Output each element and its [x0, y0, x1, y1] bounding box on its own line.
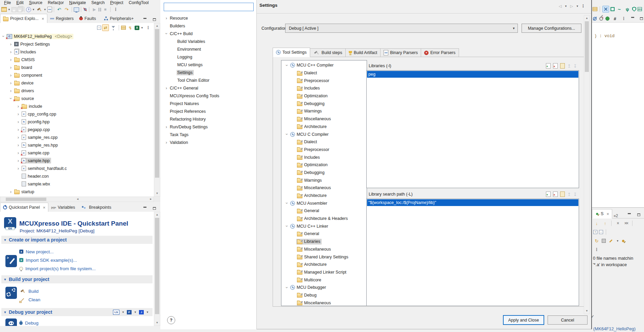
chevron-expanded-icon[interactable]: ›: [285, 285, 289, 290]
scroll-down-icon[interactable]: ▼: [154, 320, 160, 326]
chevron-collapsed-icon[interactable]: ›: [16, 166, 21, 171]
remove-all-icon[interactable]: ××: [623, 220, 629, 227]
dropdown-icon[interactable]: ▼: [134, 311, 137, 314]
minimize-icon[interactable]: [629, 15, 636, 22]
tab-registers[interactable]: 1010Registers: [47, 14, 76, 23]
green-chip-icon[interactable]: [611, 7, 615, 11]
scroll-down-icon[interactable]: ▼: [584, 308, 590, 314]
shield-icon[interactable]: [632, 7, 636, 11]
configuration-select[interactable]: Debug [ Active ] ▼: [285, 24, 518, 33]
chevron-expanded-icon[interactable]: ›: [285, 62, 289, 68]
tree-item-resource[interactable]: ›Resource: [160, 14, 256, 22]
save-all-icon[interactable]: [17, 7, 22, 12]
menu-configtool[interactable]: ConfigTool: [126, 0, 151, 5]
skip-s-icon[interactable]: S: [599, 17, 603, 21]
apply-and-close-button[interactable]: Apply and Close: [503, 315, 544, 325]
scroll-up-icon[interactable]: ▲: [154, 23, 160, 29]
chevron-collapsed-icon[interactable]: ›: [8, 42, 14, 46]
sync-icon[interactable]: ↯: [127, 24, 134, 31]
maximize-icon[interactable]: [151, 205, 158, 212]
tab-faults[interactable]: Faults: [76, 14, 99, 23]
chevron-collapsed-icon[interactable]: ›: [16, 112, 21, 116]
arrow-up-icon[interactable]: ↑: [602, 220, 608, 227]
menu-search[interactable]: Search: [89, 0, 108, 5]
quickstart-link-build[interactable]: Build: [19, 287, 39, 295]
chevron-collapsed-icon[interactable]: ›: [16, 143, 21, 147]
chevron-expanded-icon[interactable]: ›: [285, 132, 289, 137]
tree-item-includes[interactable]: ›hIncludes: [0, 48, 154, 56]
delete-icon[interactable]: ×: [553, 63, 558, 69]
tab-variables[interactable]: (x)=Variables: [48, 203, 78, 212]
tree-item-c-c-general[interactable]: ›C/C++ General: [160, 84, 256, 92]
save-icon[interactable]: [12, 7, 17, 12]
tree-item-sample-hpp[interactable]: ›hsample.hpp: [0, 157, 154, 164]
scrollbar-thumb[interactable]: [585, 21, 589, 72]
tree-item-source[interactable]: ›source: [0, 95, 154, 102]
tree-item-mcu-assembler[interactable]: ›MCU Assembler: [281, 199, 367, 207]
tree-item-architecture-headers[interactable]: Architecture & Headers: [281, 215, 367, 223]
scrollbar-thumb[interactable]: [155, 218, 159, 314]
debug-config-icon[interactable]: [26, 7, 31, 12]
chevron-collapsed-icon[interactable]: ›: [8, 57, 14, 62]
tree-item-mcu-debugger[interactable]: ›MCU Debugger: [281, 284, 367, 291]
tree-item-miscellaneous[interactable]: Miscellaneous: [281, 115, 367, 123]
tree-item-sample-res-cpp[interactable]: ›csample_res.cpp: [0, 133, 154, 141]
chevron-collapsed-icon[interactable]: ›: [16, 127, 21, 132]
tree-item-settings[interactable]: Settings: [160, 69, 256, 76]
tree-item-mk64f12-hellopeg[interactable]: ›CMK64F12_HelloPeg<Debug>: [0, 32, 154, 40]
back-icon[interactable]: ◁: [557, 3, 564, 9]
chevron-collapsed-icon[interactable]: ›: [164, 86, 169, 90]
menu-project[interactable]: Project: [108, 0, 126, 5]
pin-view-icon[interactable]: [621, 239, 625, 243]
tab-build-artifact[interactable]: Build Artifact: [346, 48, 381, 57]
skip-breakpoint-icon[interactable]: [593, 17, 597, 21]
tree-item-general[interactable]: General: [281, 230, 367, 238]
record-dot-icon[interactable]: [605, 17, 610, 21]
tree-item-run-debug-settings[interactable]: ›Run/Debug Settings: [160, 123, 256, 131]
section-header-0[interactable]: ▾Create or import a project: [1, 236, 153, 244]
tree-item-includes[interactable]: Includes: [281, 153, 367, 161]
minimize-icon[interactable]: [141, 205, 148, 212]
dropdown-icon[interactable]: ▼: [43, 8, 47, 11]
tree-item-preprocessor[interactable]: Preprocessor: [281, 77, 367, 84]
dev-tools-icon[interactable]: [602, 6, 609, 12]
move-down-icon[interactable]: ↧: [573, 63, 577, 69]
refresh-icon[interactable]: ↻: [593, 237, 600, 244]
chevron-collapsed-icon[interactable]: ›: [16, 120, 21, 124]
section-header-1[interactable]: ▾Build your project: [1, 275, 153, 283]
overflow-icon[interactable]: ⋮: [112, 6, 119, 13]
tree-item-board[interactable]: ›board: [0, 63, 154, 71]
stop-icon[interactable]: ■: [102, 6, 109, 13]
tree-item-general[interactable]: General: [281, 207, 367, 215]
dropdown-icon[interactable]: ▼: [7, 8, 11, 11]
chevron-expanded-icon[interactable]: ›: [164, 31, 169, 36]
arrow-down-icon[interactable]: ↓: [593, 220, 600, 227]
quickstart-link-clean[interactable]: Clean: [19, 296, 40, 303]
resume-icon[interactable]: ▶: [91, 6, 98, 13]
scroll-down-icon[interactable]: ▼: [154, 191, 160, 196]
menu-file[interactable]: File: [1, 0, 14, 5]
quickstart-link-import-project-s-from-file-system-[interactable]: Import project(s) from file system...: [19, 265, 96, 272]
tree-item-miscellaneous[interactable]: Miscellaneous: [281, 299, 367, 306]
scroll-up-icon[interactable]: ▲: [584, 16, 590, 21]
tree-item-logging[interactable]: Logging: [160, 53, 256, 61]
tree-item-mcu-c-linker[interactable]: ›MCU C++ Linker: [281, 222, 367, 230]
tree-item-includes[interactable]: Includes: [281, 84, 367, 92]
quickstart-link-debug[interactable]: Debug: [19, 319, 39, 326]
list-row[interactable]: "${workspace_loc:/${ProjName}/lib}": [367, 199, 578, 206]
expand-all-icon[interactable]: +: [593, 230, 597, 234]
dropdown-icon[interactable]: ▼: [32, 8, 35, 11]
tree-item-pegapp-cpp[interactable]: ›cpegapp.cpp: [0, 126, 154, 133]
usb-icon[interactable]: ψ: [624, 6, 631, 12]
tree-item-device[interactable]: ›device: [0, 79, 154, 87]
tree-item-shared-library-settings[interactable]: Shared Library Settings: [281, 253, 367, 261]
dropdown-icon[interactable]: ▼: [576, 5, 579, 8]
tree-item-mcuxpresso-config-tools[interactable]: MCUXpresso Config Tools: [160, 92, 256, 100]
tree-item-sample-cpp[interactable]: ›csample.cpp: [0, 149, 154, 157]
chevron-collapsed-icon[interactable]: ›: [16, 104, 21, 108]
tree-item-debugging[interactable]: Debugging: [281, 169, 367, 177]
build-hammer-icon[interactable]: [36, 6, 43, 13]
maximize-icon[interactable]: [638, 15, 644, 22]
cancel-button[interactable]: Cancel: [548, 315, 588, 325]
section-collapse-icon[interactable]: ▾: [1, 238, 9, 242]
